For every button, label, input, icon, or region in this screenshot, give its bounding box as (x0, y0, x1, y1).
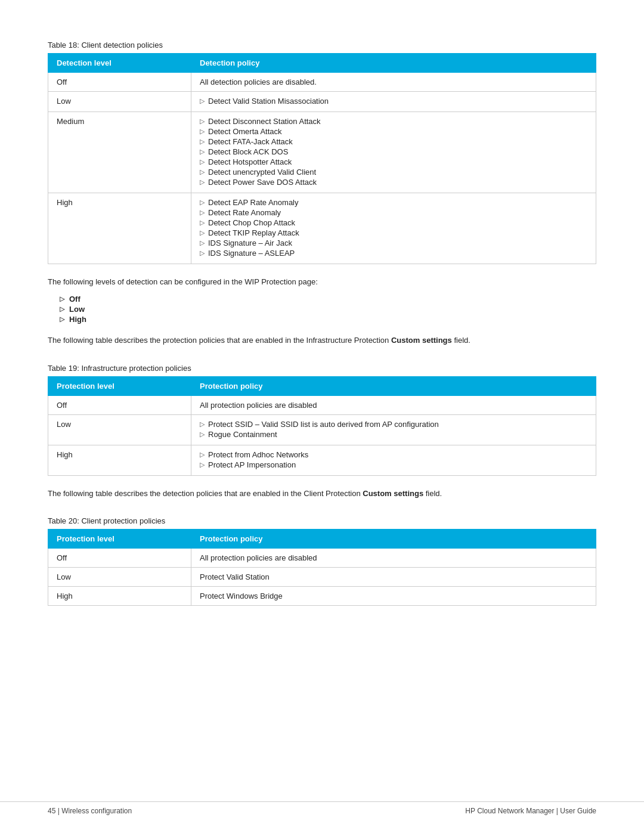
table20-caption: Table 20: Client protection policies (48, 516, 596, 525)
level-cell: High (48, 587, 191, 606)
list-item: ▷Detect Valid Station Misassociation (200, 97, 587, 106)
table18-header-level: Detection level (48, 54, 191, 73)
table18-caption: Table 18: Client detection policies (48, 41, 596, 49)
table20-header-policy: Protection policy (191, 529, 596, 549)
level-cell: High (48, 193, 191, 264)
policy-cell: All detection policies are disabled. (191, 73, 596, 92)
table18: Detection level Detection policy OffAll … (48, 53, 596, 264)
list-item: ▷Protect AP Impersonation (200, 460, 587, 469)
list-item: ▷Detect Disconnect Station Attack (200, 117, 587, 126)
list-item: ▷Detect Power Save DOS Attack (200, 178, 587, 187)
list-item: ▷Detect Hotspotter Attack (200, 157, 587, 166)
paragraph3: The following table describes the detect… (48, 488, 596, 500)
policy-cell: All protection policies are disabled (191, 395, 596, 414)
footer-right: HP Cloud Network Manager | User Guide (465, 807, 596, 815)
policy-cell: ▷Detect Disconnect Station Attack▷Detect… (191, 112, 596, 193)
policy-cell: ▷Protect from Adhoc Networks▷Protect AP … (191, 445, 596, 475)
list-item: ▷Protect SSID – Valid SSID list is auto … (200, 420, 587, 429)
table-row: High▷Protect from Adhoc Networks▷Protect… (48, 445, 596, 475)
table-row: OffAll protection policies are disabled (48, 549, 596, 568)
policy-cell: ▷Detect EAP Rate Anomaly▷Detect Rate Ano… (191, 193, 596, 264)
policy-cell: Protect Valid Station (191, 568, 596, 587)
list-item: ▷IDS Signature – ASLEAP (200, 249, 587, 258)
table-row: Medium▷Detect Disconnect Station Attack▷… (48, 112, 596, 193)
policy-cell: All protection policies are disabled (191, 549, 596, 568)
level-cell: Low (48, 568, 191, 587)
level-cell: Off (48, 549, 191, 568)
table-row: High▷Detect EAP Rate Anomaly▷Detect Rate… (48, 193, 596, 264)
level-list-item: ▷Off (60, 295, 596, 304)
table-row: OffAll detection policies are disabled. (48, 73, 596, 92)
table18-header-policy: Detection policy (191, 54, 596, 73)
table20: Protection level Protection policy OffAl… (48, 529, 596, 606)
table-row: OffAll protection policies are disabled (48, 395, 596, 414)
list-item: ▷Detect Omerta Attack (200, 127, 587, 136)
table-row: Low▷Detect Valid Station Misassociation (48, 92, 596, 112)
level-list-item: ▷Low (60, 305, 596, 314)
list-item: ▷IDS Signature – Air Jack (200, 239, 587, 247)
paragraph2: The following table describes the protec… (48, 335, 596, 347)
table-row: HighProtect Windows Bridge (48, 587, 596, 606)
list-item: ▷Detect Chop Chop Attack (200, 218, 587, 227)
table20-header-level: Protection level (48, 529, 191, 549)
level-cell: Low (48, 92, 191, 112)
level-cell: Off (48, 73, 191, 92)
table-row: LowProtect Valid Station (48, 568, 596, 587)
policy-cell: Protect Windows Bridge (191, 587, 596, 606)
footer: 45 | Wireless configuration HP Cloud Net… (0, 801, 644, 815)
level-cell: Off (48, 395, 191, 414)
list-item: ▷Rogue Containment (200, 430, 587, 439)
list-item: ▷Detect unencrypted Valid Client (200, 168, 587, 176)
table-row: Low▷Protect SSID – Valid SSID list is au… (48, 414, 596, 445)
table19: Protection level Protection policy OffAl… (48, 376, 596, 476)
table19-header-level: Protection level (48, 376, 191, 395)
footer-left: 45 | Wireless configuration (48, 807, 132, 815)
level-list-item: ▷High (60, 315, 596, 324)
list-item: ▷Detect EAP Rate Anomaly (200, 198, 587, 207)
level-cell: Low (48, 414, 191, 445)
level-list: ▷Off▷Low▷High (60, 295, 596, 324)
paragraph1: The following levels of detection can be… (48, 276, 596, 289)
level-cell: Medium (48, 112, 191, 193)
list-item: ▷Detect TKIP Replay Attack (200, 228, 587, 237)
policy-cell: ▷Detect Valid Station Misassociation (191, 92, 596, 112)
policy-cell: ▷Protect SSID – Valid SSID list is auto … (191, 414, 596, 445)
list-item: ▷Detect FATA-Jack Attack (200, 137, 587, 146)
level-cell: High (48, 445, 191, 475)
list-item: ▷Detect Rate Anomaly (200, 208, 587, 217)
table19-header-policy: Protection policy (191, 376, 596, 395)
list-item: ▷Detect Block ACK DOS (200, 147, 587, 156)
list-item: ▷Protect from Adhoc Networks (200, 450, 587, 459)
table19-caption: Table 19: Infrastructure protection poli… (48, 364, 596, 373)
